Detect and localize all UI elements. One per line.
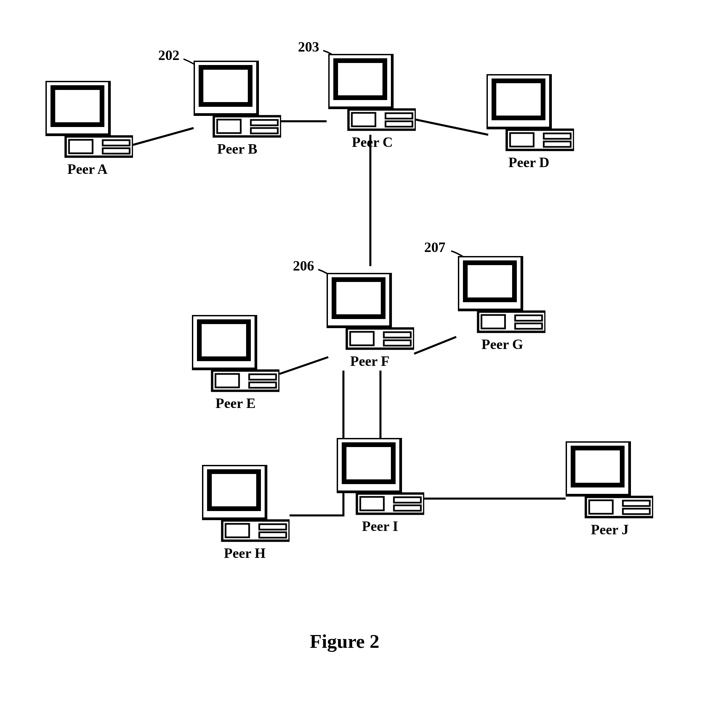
peer-b-label: Peer B [217,141,257,157]
svg-line-4 [279,357,328,374]
peer-h-label: Peer H [224,545,266,561]
ref-203: 203 [298,39,319,55]
peer-h-icon [202,465,290,542]
svg-line-0 [133,128,194,145]
peer-e-icon [192,315,279,393]
peer-g-label: Peer G [481,336,523,352]
peer-c-label: Peer C [352,134,393,150]
peer-b-icon [194,61,281,138]
ref-206: 206 [293,258,314,274]
peer-a-icon [45,81,133,158]
peer-i-icon [337,438,424,516]
peer-d-label: Peer D [509,154,549,170]
peer-f-icon [327,273,414,350]
peer-f-label: Peer F [350,353,390,369]
figure-caption: Figure 2 [310,630,379,653]
svg-line-5 [414,337,456,354]
peer-g-icon [458,256,545,334]
svg-line-2 [416,120,488,135]
peer-j-icon [566,441,653,519]
peer-d-icon [487,74,574,152]
diagram-canvas: Peer A Peer B 202 Peer C 203 Peer D Peer… [0,0,703,728]
peer-j-label: Peer J [591,521,629,538]
ref-207: 207 [424,239,445,255]
peer-c-icon [328,54,416,131]
ref-202: 202 [158,47,179,64]
peer-a-label: Peer A [67,161,107,177]
peer-e-label: Peer E [216,395,255,411]
peer-i-label: Peer I [362,518,398,534]
